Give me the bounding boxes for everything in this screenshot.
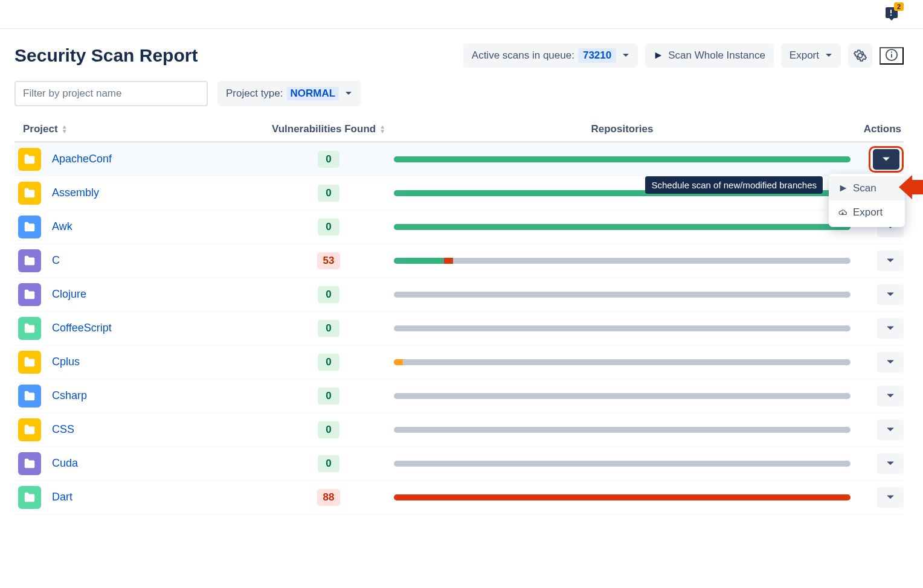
folder-icon (18, 351, 41, 374)
menu-item-export[interactable]: Export (829, 200, 905, 225)
chevron-down-icon (345, 91, 352, 97)
page-header: Security Scan Report Active scans in que… (14, 43, 904, 68)
scan-tooltip: Schedule scan of new/modified branches (645, 176, 823, 194)
folder-icon (18, 283, 41, 306)
folder-icon (18, 385, 41, 407)
folder-icon (18, 182, 41, 205)
project-link[interactable]: Cuda (52, 457, 78, 470)
col-header-actions: Actions (855, 123, 904, 135)
project-type-label: Project type: (226, 88, 283, 100)
row-actions-button[interactable] (877, 352, 904, 372)
play-icon (654, 51, 662, 60)
vulnerability-count: 53 (317, 252, 341, 269)
table-row: C53 (14, 244, 904, 278)
project-link[interactable]: CoffeeScript (52, 322, 112, 334)
table-row: Awk0 (14, 210, 904, 244)
project-link[interactable]: Assembly (52, 187, 99, 199)
row-actions-button[interactable] (877, 284, 904, 305)
table-row: Cplus0 (14, 345, 904, 379)
scan-instance-button[interactable]: Scan Whole Instance (645, 43, 774, 68)
row-actions-button[interactable] (877, 318, 904, 339)
project-filter-input[interactable] (14, 81, 208, 106)
highlight-annotation (869, 146, 904, 173)
vulnerability-count: 0 (318, 421, 339, 438)
table-row: Clojure0 (14, 278, 904, 312)
project-link[interactable]: Dart (52, 491, 72, 503)
project-link[interactable]: CSS (52, 423, 74, 436)
queue-dropdown[interactable]: Active scans in queue: 73210 (463, 43, 638, 68)
chevron-down-icon (825, 53, 832, 59)
info-icon (885, 48, 898, 62)
row-actions-button[interactable] (877, 386, 904, 406)
filters-row: Project type: NORMAL (14, 81, 904, 106)
menu-item-scan[interactable]: Scan (829, 176, 905, 200)
folder-icon (18, 452, 41, 475)
chevron-down-icon (622, 53, 629, 59)
project-link[interactable]: Awk (52, 220, 72, 233)
folder-icon (18, 418, 41, 441)
folder-icon (18, 486, 41, 509)
repository-bar (394, 258, 851, 264)
vulnerability-count: 0 (318, 455, 339, 472)
queue-count: 73210 (578, 48, 616, 63)
row-actions-button[interactable] (877, 487, 904, 508)
projects-table: Project ▲▼ Vulnerabilities Found ▲▼ Repo… (14, 118, 904, 514)
project-type-value: NORMAL (287, 87, 339, 100)
row-actions-button[interactable] (873, 149, 899, 170)
sort-icon: ▲▼ (62, 124, 68, 134)
page-title: Security Scan Report (14, 45, 198, 66)
folder-icon (18, 317, 41, 340)
notifications-count: 2 (894, 2, 904, 11)
notifications-icon[interactable]: 2 (884, 6, 899, 23)
row-actions-button[interactable] (877, 420, 904, 440)
repository-bar (394, 292, 851, 298)
vulnerability-count: 0 (318, 185, 339, 202)
repository-bar (394, 393, 851, 399)
project-link[interactable]: Cplus (52, 356, 80, 368)
repository-bar (394, 461, 851, 467)
table-row: CSS0 (14, 413, 904, 447)
top-bar: 2 (0, 0, 923, 29)
project-link[interactable]: Clojure (52, 288, 86, 301)
queue-label: Active scans in queue: (472, 50, 574, 62)
row-actions-menu: Scan Export (829, 174, 905, 227)
export-dropdown[interactable]: Export (781, 43, 841, 68)
settings-button[interactable] (848, 43, 872, 68)
folder-icon (18, 148, 41, 171)
table-row: ApacheConf0 Schedule scan of new/modifie… (14, 142, 904, 176)
gear-icon (854, 49, 867, 62)
sort-icon: ▲▼ (379, 124, 385, 134)
row-actions-button[interactable] (877, 453, 904, 474)
project-link[interactable]: C (52, 254, 60, 267)
vulnerability-count: 0 (318, 219, 339, 235)
vulnerability-count: 88 (317, 489, 341, 506)
vulnerability-count: 0 (318, 320, 339, 337)
table-row: Csharp0 (14, 379, 904, 413)
vulnerability-count: 0 (318, 286, 339, 303)
vulnerability-count: 0 (318, 388, 339, 404)
project-link[interactable]: Csharp (52, 389, 87, 402)
col-header-project[interactable]: Project ▲▼ (14, 123, 268, 135)
col-header-repositories: Repositories (389, 123, 855, 135)
repository-bar (394, 325, 851, 331)
table-row: Cuda0 (14, 447, 904, 481)
col-header-vulnerabilities[interactable]: Vulnerabilities Found ▲▼ (268, 123, 389, 135)
repository-bar (394, 359, 851, 365)
project-link[interactable]: ApacheConf (52, 153, 112, 165)
row-actions-button[interactable] (877, 251, 904, 271)
folder-icon (18, 249, 41, 272)
project-type-dropdown[interactable]: Project type: NORMAL (217, 81, 361, 106)
arrow-annotation (912, 180, 923, 194)
repository-bar (394, 494, 851, 500)
repository-bar (394, 427, 851, 433)
table-row: CoffeeScript0 (14, 312, 904, 345)
repository-bar (394, 224, 851, 230)
vulnerability-count: 0 (318, 354, 339, 371)
vulnerability-count: 0 (318, 151, 339, 168)
folder-icon (18, 216, 41, 238)
info-button[interactable] (880, 47, 904, 65)
table-header: Project ▲▼ Vulnerabilities Found ▲▼ Repo… (14, 118, 904, 142)
repository-bar (394, 156, 851, 162)
table-row: Dart88 (14, 481, 904, 514)
